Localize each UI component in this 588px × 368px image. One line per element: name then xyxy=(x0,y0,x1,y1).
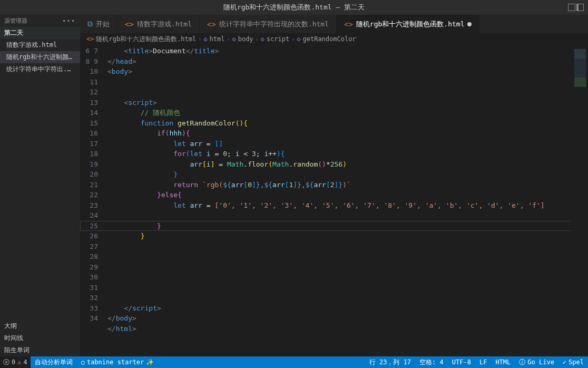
code-editor[interactable]: 6 7 8 9 10 11 12 13 14 15 16 17 18 19 20… xyxy=(80,45,588,356)
broadcast-icon: ⓘ xyxy=(519,358,525,367)
dirty-indicator-icon xyxy=(467,22,472,26)
file-item[interactable]: 统计字符串中字符出... xyxy=(0,63,80,75)
symbol-icon: ◇ xyxy=(261,35,264,43)
timeline-section[interactable]: 时间线 xyxy=(0,332,80,344)
chevron-right-icon: › xyxy=(227,36,230,42)
error-icon: ⓧ xyxy=(3,358,9,367)
spell-check[interactable]: ✓Spel xyxy=(558,356,588,368)
check-icon: ✓ xyxy=(563,359,566,366)
tab-welcome[interactable]: ⧉开始 xyxy=(80,15,117,33)
explorer-sidebar: 源管理器 ••• 第二天 猜数字游戏.html 随机rgb和十六进制颜... 统… xyxy=(0,15,80,356)
tabnine-icon: ○ xyxy=(81,359,85,366)
sparkle-icon: ✨ xyxy=(146,359,154,366)
more-icon[interactable]: ••• xyxy=(62,17,76,24)
folder-name[interactable]: 第二天 xyxy=(0,27,80,39)
chevron-right-icon: › xyxy=(198,36,201,42)
symbol-icon: ◇ xyxy=(297,35,300,43)
code-content[interactable]: <title>Document</title> </head> <body> <… xyxy=(107,45,571,356)
layout-icon[interactable] xyxy=(576,4,584,11)
cursor-position[interactable]: 行 23，列 17 xyxy=(365,356,415,368)
explorer-title: 源管理器 xyxy=(4,17,27,25)
language-mode[interactable]: HTML xyxy=(491,356,515,368)
html-icon: <> xyxy=(86,35,94,43)
eol[interactable]: LF xyxy=(475,356,491,368)
symbol-icon: ◇ xyxy=(203,35,207,43)
sidebar-bottom: 大纲 时间线 陌生单词 xyxy=(0,320,80,356)
minimap[interactable] xyxy=(571,45,588,356)
active-line-highlight xyxy=(80,221,588,231)
encoding[interactable]: UTF-8 xyxy=(448,356,475,368)
symbol-icon: ◇ xyxy=(232,35,236,43)
main-area: 源管理器 ••• 第二天 猜数字游戏.html 随机rgb和十六进制颜... 统… xyxy=(0,15,588,356)
editor-tabs: ⧉开始 <>猜数字游戏.html <>统计字符串中字符出现的次数.html <>… xyxy=(80,15,588,33)
titlebar-layout-icons xyxy=(568,4,584,11)
chevron-right-icon: › xyxy=(291,36,295,42)
editor-area: ⧉开始 <>猜数字游戏.html <>统计字符串中字符出现的次数.html <>… xyxy=(80,15,588,356)
words-section[interactable]: 陌生单词 xyxy=(0,344,80,356)
line-number-gutter: 6 7 8 9 10 11 12 13 14 15 16 17 18 19 20… xyxy=(80,45,107,356)
status-bar: ⓧ0 ⚠4 自动分析单词 ○tabnine starter✨ 行 23，列 17… xyxy=(0,356,588,368)
html-icon: <> xyxy=(207,20,216,28)
tab-file-active[interactable]: <>随机rgb和十六进制颜色函数.html xyxy=(337,15,479,33)
file-item[interactable]: 猜数字游戏.html xyxy=(0,39,80,51)
html-icon: <> xyxy=(125,20,134,28)
window-title: 随机rgb和十六进制颜色函数.html — 第二天 xyxy=(223,3,365,12)
file-item[interactable]: 随机rgb和十六进制颜... xyxy=(0,51,80,63)
explorer-header: 源管理器 ••• xyxy=(0,15,80,27)
title-bar: 随机rgb和十六进制颜色函数.html — 第二天 xyxy=(0,0,588,15)
status-tabnine[interactable]: ○tabnine starter✨ xyxy=(77,356,159,368)
problems-indicator[interactable]: ⓧ0 ⚠4 xyxy=(0,356,31,368)
outline-section[interactable]: 大纲 xyxy=(0,320,80,332)
breadcrumbs[interactable]: <>随机rgb和十六进制颜色函数.html› ◇html› ◇body› ◇sc… xyxy=(80,33,588,45)
tab-file[interactable]: <>统计字符串中字符出现的次数.html xyxy=(200,15,337,33)
status-autoanalyze[interactable]: 自动分析单词 xyxy=(31,356,77,368)
vscode-icon: ⧉ xyxy=(87,20,93,28)
html-icon: <> xyxy=(344,20,353,28)
minimap-render xyxy=(574,49,586,96)
layout-icon[interactable] xyxy=(568,4,575,11)
tab-file[interactable]: <>猜数字游戏.html xyxy=(117,15,200,33)
warning-icon: ⚠ xyxy=(17,359,21,366)
go-live[interactable]: ⓘGo Live xyxy=(515,356,558,368)
chevron-right-icon: › xyxy=(256,36,259,42)
indentation[interactable]: 空格: 4 xyxy=(415,356,448,368)
